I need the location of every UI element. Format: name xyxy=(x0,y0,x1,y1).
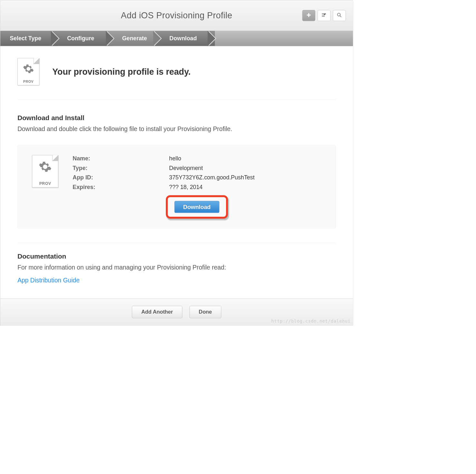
download-section: Download and Install Download and double… xyxy=(17,114,336,229)
page-title: Add iOS Provisioning Profile xyxy=(121,10,232,20)
label-expires: Expires: xyxy=(73,184,162,191)
hero: PROV Your provisioning profile is ready. xyxy=(17,58,336,100)
app-distribution-guide-link[interactable]: App Distribution Guide xyxy=(17,277,80,284)
section-description: For more information on using and managi… xyxy=(17,263,336,272)
gear-icon xyxy=(23,63,34,76)
section-title: Download and Install xyxy=(17,114,336,122)
done-button[interactable]: Done xyxy=(189,306,221,318)
value-type: Development xyxy=(169,165,321,172)
step-download[interactable]: Download xyxy=(155,31,215,46)
divider xyxy=(17,243,336,243)
profile-details: Name: hello Type: Development App ID: 37… xyxy=(73,155,321,219)
section-description: Download and double click the following … xyxy=(17,125,336,133)
download-highlight-box: Download xyxy=(166,195,228,219)
step-bar: Select Type Configure Generate Download xyxy=(0,31,353,46)
profile-card: PROV Name: hello Type: Development App I… xyxy=(17,145,336,228)
gear-icon xyxy=(38,160,52,175)
list-button[interactable] xyxy=(318,10,330,21)
list-edit-icon xyxy=(321,12,327,19)
footer-bar: Add Another Done http://blog.csdn.net/da… xyxy=(0,299,353,326)
step-generate[interactable]: Generate xyxy=(108,31,160,46)
value-expires: ??? 18, 2014 xyxy=(169,184,321,191)
content-area: PROV Your provisioning profile is ready.… xyxy=(0,46,353,298)
label-name: Name: xyxy=(73,155,162,162)
step-label: Select Type xyxy=(10,35,41,42)
titlebar: Add iOS Provisioning Profile xyxy=(0,0,353,31)
titlebar-actions xyxy=(302,10,346,21)
step-label: Download xyxy=(169,35,197,42)
search-icon xyxy=(337,12,342,19)
window: Add iOS Provisioning Profile Select Type… xyxy=(0,0,353,326)
hero-title: Your provisioning profile is ready. xyxy=(52,67,190,77)
provisioning-file-icon: PROV xyxy=(17,58,40,85)
value-name: hello xyxy=(169,155,321,162)
download-button[interactable]: Download xyxy=(174,201,219,213)
section-title: Documentation xyxy=(17,253,336,261)
provisioning-file-icon: PROV xyxy=(32,155,58,188)
add-another-button[interactable]: Add Another xyxy=(132,306,182,318)
step-configure[interactable]: Configure xyxy=(53,31,113,46)
watermark: http://blog.csdn.net/dalehui xyxy=(271,318,351,324)
add-button[interactable] xyxy=(302,10,315,21)
step-label: Configure xyxy=(67,35,94,42)
file-icon-caption: PROV xyxy=(18,80,39,84)
svg-point-0 xyxy=(338,13,340,16)
search-button[interactable] xyxy=(333,10,346,21)
step-select-type[interactable]: Select Type xyxy=(0,31,58,46)
plus-icon xyxy=(306,12,312,19)
label-type: Type: xyxy=(73,165,162,172)
documentation-section: Documentation For more information on us… xyxy=(17,253,336,284)
step-label: Generate xyxy=(122,35,147,42)
file-icon-caption: PROV xyxy=(32,182,58,186)
label-appid: App ID: xyxy=(73,174,162,181)
value-appid: 375Y732Y6Z.com.good.PushTest xyxy=(169,174,321,181)
